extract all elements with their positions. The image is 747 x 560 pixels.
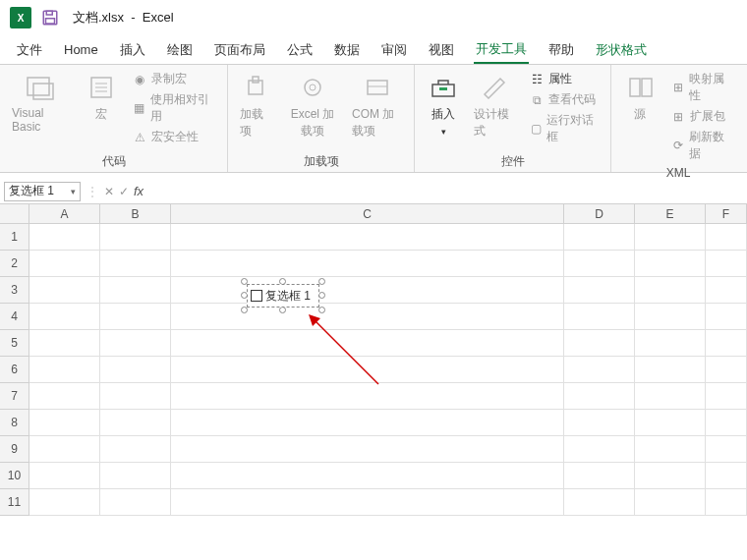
cell[interactable] (171, 304, 564, 330)
cell[interactable] (29, 463, 100, 489)
cell[interactable] (635, 330, 706, 357)
row-header[interactable]: 10 (0, 463, 29, 489)
cell[interactable] (171, 277, 564, 304)
cell[interactable] (29, 277, 100, 304)
cell[interactable] (564, 330, 635, 357)
macro-security-button[interactable]: ⚠宏安全性 (132, 129, 215, 145)
col-header[interactable]: B (100, 204, 171, 223)
tab-file[interactable]: 文件 (15, 37, 44, 63)
relative-references-button[interactable]: ▦使用相对引用 (132, 91, 215, 125)
cell[interactable] (564, 277, 635, 304)
fx-icon[interactable]: fx (134, 184, 144, 198)
cell[interactable] (100, 489, 171, 516)
map-properties-button[interactable]: ⊞映射属性 (670, 71, 733, 104)
macros-button[interactable]: 宏 (81, 69, 122, 127)
cell[interactable] (635, 357, 706, 383)
cell[interactable] (706, 224, 747, 251)
cell[interactable] (171, 330, 564, 357)
cell[interactable] (29, 330, 100, 357)
col-header[interactable]: E (635, 204, 706, 223)
cell[interactable] (706, 410, 747, 436)
save-icon[interactable] (41, 9, 59, 27)
cell[interactable] (564, 436, 635, 463)
cell[interactable] (29, 489, 100, 516)
view-code-button[interactable]: ⧉查看代码 (529, 91, 599, 108)
cell[interactable] (29, 224, 100, 251)
tab-draw[interactable]: 绘图 (165, 37, 195, 63)
cell[interactable] (564, 251, 635, 277)
cell[interactable] (635, 489, 706, 516)
cell[interactable] (635, 251, 706, 277)
cell[interactable] (100, 357, 171, 383)
cell[interactable] (564, 463, 635, 489)
row-header[interactable]: 1 (0, 224, 29, 251)
cell[interactable] (171, 463, 564, 489)
cell[interactable] (100, 330, 171, 357)
cell[interactable] (100, 251, 171, 277)
com-addins-button[interactable]: COM 加载项 (348, 69, 406, 143)
row-header[interactable]: 9 (0, 436, 29, 463)
cell[interactable] (171, 489, 564, 516)
cell[interactable] (100, 463, 171, 489)
cell[interactable] (635, 277, 706, 304)
cell[interactable] (171, 357, 564, 383)
addins-button[interactable]: 加载项 (236, 69, 277, 143)
cell[interactable] (564, 489, 635, 516)
cell[interactable] (29, 383, 100, 410)
cell[interactable] (171, 436, 564, 463)
cell[interactable] (171, 383, 564, 410)
cell[interactable] (706, 251, 747, 277)
cell[interactable] (564, 224, 635, 251)
row-header[interactable]: 5 (0, 330, 29, 357)
tab-view[interactable]: 视图 (427, 37, 456, 63)
cell[interactable] (706, 383, 747, 410)
cell[interactable] (564, 383, 635, 410)
cell[interactable] (29, 410, 100, 436)
col-header[interactable]: C (171, 204, 564, 223)
cell[interactable] (635, 436, 706, 463)
cell[interactable] (100, 304, 171, 330)
row-header[interactable]: 4 (0, 304, 29, 330)
cell[interactable] (171, 251, 564, 277)
cell[interactable] (171, 410, 564, 436)
tab-shape-format[interactable]: 形状格式 (594, 37, 649, 63)
cell[interactable] (635, 463, 706, 489)
visual-basic-button[interactable]: Visual Basic (8, 69, 75, 138)
name-box[interactable]: 复选框 1 ▾ (4, 182, 81, 201)
cell[interactable] (100, 436, 171, 463)
cell[interactable] (100, 383, 171, 410)
cell[interactable] (29, 251, 100, 277)
tab-review[interactable]: 审阅 (379, 37, 409, 63)
cell[interactable] (635, 304, 706, 330)
cell[interactable] (100, 277, 171, 304)
refresh-data-button[interactable]: ⟳刷新数据 (670, 129, 733, 162)
xml-source-button[interactable]: 源 (619, 69, 661, 127)
cell[interactable] (29, 357, 100, 383)
row-header[interactable]: 2 (0, 251, 29, 277)
row-header[interactable]: 8 (0, 410, 29, 436)
cell[interactable] (564, 410, 635, 436)
cell[interactable] (635, 224, 706, 251)
row-header[interactable]: 3 (0, 277, 29, 304)
excel-addins-button[interactable]: Excel 加载项 (283, 69, 342, 143)
cell[interactable] (706, 304, 747, 330)
confirm-icon[interactable]: ✓ (119, 185, 129, 198)
cell[interactable] (100, 410, 171, 436)
cell[interactable] (706, 489, 747, 516)
tab-developer[interactable]: 开发工具 (474, 36, 529, 64)
record-macro-button[interactable]: ◉录制宏 (132, 71, 215, 87)
cell[interactable] (635, 410, 706, 436)
run-dialog-button[interactable]: ▢运行对话框 (529, 112, 599, 145)
tab-help[interactable]: 帮助 (546, 37, 576, 63)
tab-home[interactable]: Home (62, 38, 100, 61)
tab-layout[interactable]: 页面布局 (212, 37, 267, 63)
checkbox-form-control[interactable]: 复选框 1 (244, 281, 322, 310)
cancel-icon[interactable]: ✕ (104, 185, 114, 198)
insert-control-button[interactable]: 插入 ▾ (423, 69, 464, 140)
cell[interactable] (635, 383, 706, 410)
cell[interactable] (706, 357, 747, 383)
select-all-corner[interactable] (0, 204, 29, 223)
cell[interactable] (706, 277, 747, 304)
cell[interactable] (706, 330, 747, 357)
cell[interactable] (171, 224, 564, 251)
